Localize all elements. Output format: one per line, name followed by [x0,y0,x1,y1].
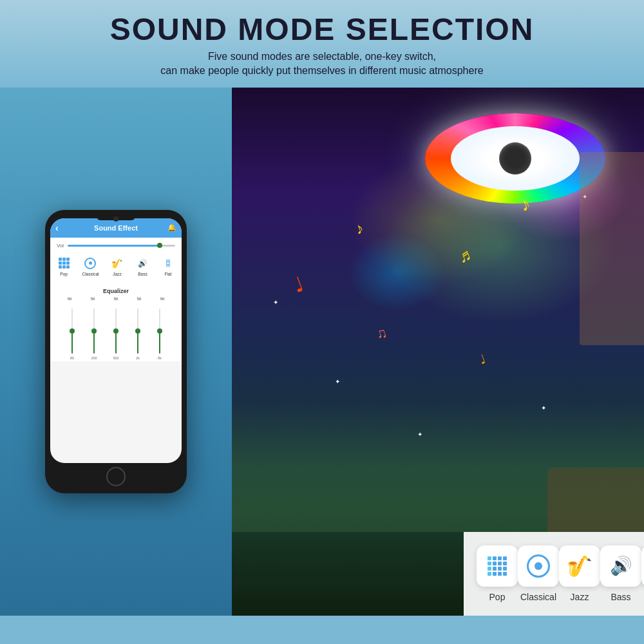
pop-mode-label: Pop [489,592,506,602]
phone-home-button[interactable] [106,467,126,486]
main-content: ‹ Sound Effect 🔔 Vol [0,88,644,616]
eq-bars: 80 200 [58,302,174,354]
header-section: SOUND MODE SELECTION Five sound modes ar… [0,0,644,88]
back-button[interactable]: ‹ [55,223,59,233]
app-title: Sound Effect [94,224,138,232]
classical-label: Classical [82,272,99,276]
flat-icon: 🎛 [161,256,175,270]
bass-label: Bass [138,272,147,276]
music-note-4: ♬ [455,244,474,267]
volume-slider[interactable] [68,245,175,247]
eq-val-1: 50 [63,297,76,301]
bell-icon[interactable]: 🔔 [167,223,176,232]
jazz-icon: 🎷 [110,256,124,270]
eq-freq-8k: 8k [158,356,162,360]
pop-grid-icon [59,258,70,269]
sparkle-1: ✦ [273,299,278,306]
wall-panel [580,152,644,345]
sound-mode-classical[interactable]: Classical [82,256,99,276]
bottom-icons-bar: Pop Classical 🎷 Jazz [464,532,644,616]
jazz-icon-box: 🎷 [559,545,600,587]
bottom-mode-pop[interactable]: Pop [477,545,518,602]
classical-mode-label: Classical [520,592,556,602]
floor-glow [232,403,644,532]
jazz-sax-icon: 🎷 [111,258,122,269]
classical-vinyl-large [527,554,550,578]
pop-icon-box [477,545,518,587]
flat-icon-box: 🎛 [641,545,644,587]
eq-val-3: 50 [109,297,122,301]
pop-grid-icon-large [488,556,507,576]
sound-mode-flat[interactable]: 🎛 Flat [161,256,175,276]
bass-icon-box: 🔊 [600,545,641,587]
eq-freq-2k: 2k [136,356,140,360]
jazz-label: Jazz [113,272,121,276]
phone-frame: ‹ Sound Effect 🔔 Vol [45,210,187,493]
music-note-1: ♩ [290,271,307,298]
room-section: ♩ ♪ ♫ ♬ ♪ ♩ ✦ ✦ ✦ ✦ ✦ [232,88,644,616]
sound-mode-pop[interactable]: Pop [57,256,71,276]
eq-val-2: 50 [86,297,99,301]
volume-section: Vol [57,243,175,249]
bottom-mode-bass[interactable]: 🔊 Bass [600,545,641,602]
classical-icon-box [518,545,559,587]
equalizer-title: Equalizer [58,288,174,294]
music-note-3: ♫ [374,324,389,343]
phone-camera [113,216,118,222]
sound-modes-row: Pop Classical 🎷 [57,254,175,279]
eq-val-5: 50 [156,297,169,301]
sound-mode-bass[interactable]: 🔊 Bass [135,256,149,276]
pop-label: Pop [60,272,68,276]
bottom-mode-jazz[interactable]: 🎷 Jazz [559,545,600,602]
bass-mode-label: Bass [611,592,630,602]
jazz-sax-large: 🎷 [567,554,592,578]
volume-thumb[interactable] [157,243,162,248]
pop-icon [57,256,71,270]
eq-freq-500: 500 [113,356,118,360]
sparkle-2: ✦ [335,378,340,385]
bottom-mode-classical[interactable]: Classical [518,545,559,602]
header-subtitle: Five sound modes are selectable, one-key… [26,50,618,79]
bass-speaker-large: 🔊 [610,555,632,576]
phone-screen: ‹ Sound Effect 🔔 Vol [50,218,182,463]
jazz-mode-label: Jazz [571,592,589,602]
music-note-5: ♪ [517,192,534,216]
classical-vinyl-icon [84,258,96,269]
eq-val-4: 50 [133,297,146,301]
equalizer-section: Equalizer 50 50 50 50 50 [57,285,175,356]
bass-speaker-icon: 🔊 [138,259,147,268]
sound-mode-jazz[interactable]: 🎷 Jazz [110,256,124,276]
app-content: Vol [50,238,182,361]
vol-label: Vol [57,243,64,249]
music-note-2: ♪ [353,219,366,238]
eq-values-row: 50 50 50 50 50 [58,297,174,301]
classical-vinyl-center [535,562,542,570]
page-title: SOUND MODE SELECTION [26,12,618,47]
bass-icon: 🔊 [135,256,149,270]
phone-section: ‹ Sound Effect 🔔 Vol [0,88,232,616]
flat-equalizer-icon: 🎛 [164,259,172,268]
classical-icon [83,256,97,270]
music-note-6: ♩ [477,351,488,368]
eq-freq-80: 80 [70,356,74,360]
flat-label: Flat [165,272,172,276]
eq-freq-200: 200 [91,356,97,360]
bottom-mode-flat[interactable]: 🎛 Flat [641,545,644,602]
